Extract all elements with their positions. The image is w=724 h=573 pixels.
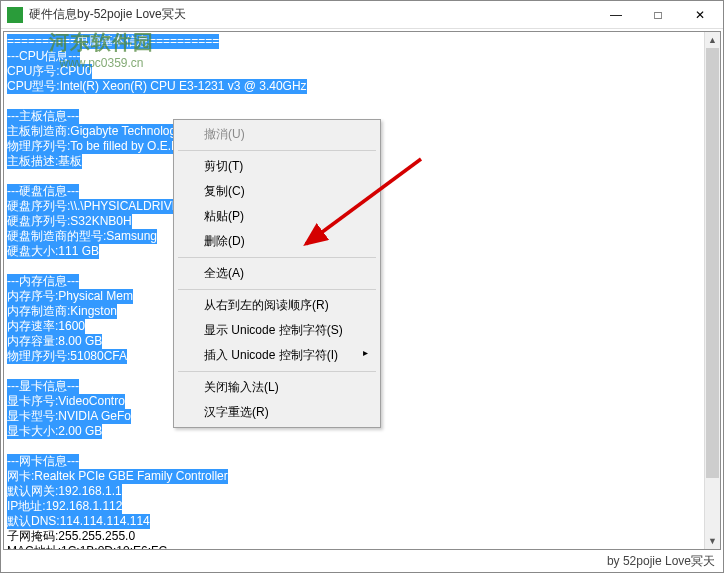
minimize-button[interactable]: — <box>595 2 637 28</box>
content-line: 默认DNS:114.114.114.114 <box>7 514 717 529</box>
text-span: ---显卡信息--- <box>7 379 79 394</box>
app-icon <box>7 7 23 23</box>
text-span: ---内存信息--- <box>7 274 79 289</box>
text-span: 硬盘大小:111 GB <box>7 244 99 259</box>
text-span: IP地址:192.168.1.112 <box>7 499 122 514</box>
text-span: 硬盘制造商的型号:Samsung <box>7 229 157 244</box>
text-span: 内存容量:8.00 GB <box>7 334 102 349</box>
close-button[interactable]: ✕ <box>679 2 721 28</box>
context-menu-item[interactable]: 汉字重选(R) <box>176 400 378 425</box>
scrollbar-thumb[interactable] <box>706 48 719 478</box>
text-span: ---CPU信息--- <box>7 49 80 64</box>
content-line: ---网卡信息--- <box>7 454 717 469</box>
content-line <box>7 94 717 109</box>
context-menu-item[interactable]: 复制(C) <box>176 179 378 204</box>
menu-separator <box>178 371 376 372</box>
context-menu-item[interactable]: 插入 Unicode 控制字符(I)▸ <box>176 343 378 368</box>
text-span: MAC地址:1C:1B:0D:10:E6:FC <box>7 544 167 550</box>
menu-separator <box>178 150 376 151</box>
text-span: CPU型号:Intel(R) Xeon(R) CPU E3-1231 v3 @ … <box>7 79 307 94</box>
content-line <box>7 439 717 454</box>
context-menu-item[interactable]: 粘贴(P) <box>176 204 378 229</box>
text-span: 子网掩码:255.255.255.0 <box>7 529 135 543</box>
scroll-up-icon[interactable]: ▲ <box>705 32 720 48</box>
text-span: 物理序列号:51080CFA <box>7 349 127 364</box>
text-span: 显卡大小:2.00 GB <box>7 424 102 439</box>
text-span: 显卡序号:VideoContro <box>7 394 125 409</box>
content-line: 默认网关:192.168.1.1 <box>7 484 717 499</box>
scrollbar[interactable]: ▲ ▼ <box>704 32 720 549</box>
text-span: 内存序号:Physical Mem <box>7 289 133 304</box>
text-span: 内存制造商:Kingston <box>7 304 117 319</box>
text-span: 默认DNS:114.114.114.114 <box>7 514 150 529</box>
content-line: CPU型号:Intel(R) Xeon(R) CPU E3-1231 v3 @ … <box>7 79 717 94</box>
text-span: 硬盘序列号:S32KNB0H <box>7 214 132 229</box>
content-line: MAC地址:1C:1B:0D:10:E6:FC <box>7 544 717 550</box>
text-span: 网卡:Realtek PCIe GBE Family Controller <box>7 469 228 484</box>
text-span: 默认网关:192.168.1.1 <box>7 484 122 499</box>
maximize-button[interactable]: □ <box>637 2 679 28</box>
content-line: CPU序号:CPU0 <box>7 64 717 79</box>
text-span: ---主板信息--- <box>7 109 79 124</box>
menu-separator <box>178 257 376 258</box>
content-line: IP地址:192.168.1.112 <box>7 499 717 514</box>
context-menu-item[interactable]: 删除(D) <box>176 229 378 254</box>
titlebar: 硬件信息by-52pojie Love冥天 — □ ✕ <box>1 1 723 29</box>
text-span: 物理序列号:To be filled by O.E.M. <box>7 139 184 154</box>
content-line: 子网掩码:255.255.255.0 <box>7 529 717 544</box>
titlebar-buttons: — □ ✕ <box>595 2 721 28</box>
context-menu-item[interactable]: 剪切(T) <box>176 154 378 179</box>
context-menu-item[interactable]: 全选(A) <box>176 261 378 286</box>
statusbar-text: by 52pojie Love冥天 <box>607 553 715 570</box>
text-span: 内存速率:1600 <box>7 319 85 334</box>
text-span: CPU序号:CPU0 <box>7 64 92 79</box>
context-menu-item[interactable]: 从右到左的阅读顺序(R) <box>176 293 378 318</box>
text-span: ---网卡信息--- <box>7 454 79 469</box>
menu-separator <box>178 289 376 290</box>
text-span: 显卡型号:NVIDIA GeFo <box>7 409 131 424</box>
text-span: 硬盘序列号:\\.\PHYSICALDRIVE0 <box>7 199 186 214</box>
window-title: 硬件信息by-52pojie Love冥天 <box>29 6 595 23</box>
text-span: ---硬盘信息--- <box>7 184 79 199</box>
context-menu-item[interactable]: 显示 Unicode 控制字符(S) <box>176 318 378 343</box>
context-menu: 撤消(U)剪切(T)复制(C)粘贴(P)删除(D)全选(A)从右到左的阅读顺序(… <box>173 119 381 428</box>
scroll-down-icon[interactable]: ▼ <box>705 533 720 549</box>
content-line: 网卡:Realtek PCIe GBE Family Controller <box>7 469 717 484</box>
text-span: ==========电脑基本信息========== <box>7 34 219 49</box>
text-span: 主板描述:基板 <box>7 154 82 169</box>
context-menu-item[interactable]: 关闭输入法(L) <box>176 375 378 400</box>
content-line: ---CPU信息--- <box>7 49 717 64</box>
context-menu-item: 撤消(U) <box>176 122 378 147</box>
submenu-arrow-icon: ▸ <box>363 347 368 358</box>
content-line: ==========电脑基本信息========== <box>7 34 717 49</box>
